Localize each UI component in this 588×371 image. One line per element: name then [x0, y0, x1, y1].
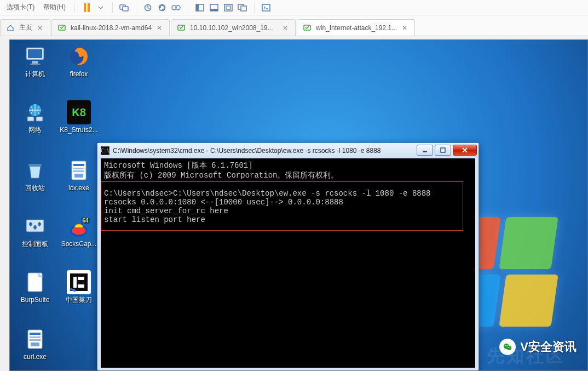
icon-label: BurpSuite: [15, 296, 55, 304]
wechat-icon: [499, 339, 516, 355]
cmd-output[interactable]: Microsoft Windows [版本 6.1.7601] 版权所有 (c)…: [101, 158, 475, 368]
separator: [188, 3, 188, 13]
separator: [136, 3, 136, 13]
icon-label: 计算机: [15, 71, 55, 78]
tab-label: 主页: [19, 23, 32, 32]
k8-icon: K8: [67, 100, 91, 124]
icon-label: 中国菜刀: [59, 296, 99, 304]
exe-icon: [23, 327, 47, 351]
snapshot-manage-icon[interactable]: [170, 2, 182, 14]
cmd-title: C:\Windows\system32\cmd.exe - C:\Users\n…: [113, 147, 413, 155]
pause-button[interactable]: [80, 2, 93, 14]
cmd-window[interactable]: C:\ C:\Windows\system32\cmd.exe - C:\Use…: [97, 142, 479, 371]
desktop-icon-caidao[interactable]: 中国菜刀: [59, 270, 99, 304]
desktop-icon-lcx[interactable]: lcx.exe: [59, 158, 99, 192]
icon-label: 网络: [15, 127, 55, 134]
fullscreen-icon[interactable]: [222, 2, 234, 14]
tab-home[interactable]: 主页 ✕: [0, 19, 50, 36]
file-icon: [23, 270, 47, 294]
svg-rect-28: [73, 164, 84, 166]
control-panel-icon: [23, 214, 47, 238]
svg-rect-47: [30, 336, 41, 338]
svg-point-53: [507, 346, 511, 350]
firefox-icon: [67, 44, 91, 69]
vm-icon: [57, 24, 66, 32]
svg-rect-30: [73, 170, 84, 172]
svg-rect-24: [27, 117, 34, 121]
console-icon[interactable]: [260, 2, 272, 14]
maximize-button[interactable]: [435, 145, 451, 156]
desktop-icon-control-panel[interactable]: 控制面板: [15, 214, 55, 248]
menu-help[interactable]: 帮助(H): [40, 3, 69, 12]
desktop-icon-sockscap[interactable]: 64 SocksCap...: [59, 214, 99, 248]
watermark-text: V安全资讯: [520, 339, 577, 355]
svg-rect-1: [123, 7, 128, 11]
svg-rect-26: [28, 164, 42, 167]
cmd-line: 版权所有 (c) 2009 Microsoft Corporation。保留所有…: [104, 171, 338, 180]
pause-icon: [84, 3, 90, 12]
svg-rect-43: [78, 277, 84, 280]
desktop-icon-burpsuite[interactable]: BurpSuite: [15, 270, 55, 304]
svg-rect-25: [36, 117, 43, 121]
caidao-icon: [67, 270, 91, 294]
desktop-icon-firefox[interactable]: firefox: [59, 44, 99, 78]
cmd-line: start listen port here: [104, 215, 205, 224]
close-icon[interactable]: ✕: [401, 25, 408, 31]
svg-point-54: [505, 345, 506, 346]
icon-label: firefox: [59, 71, 99, 78]
close-icon[interactable]: ✕: [37, 25, 43, 31]
tab-win2008[interactable]: 10.10.10.102_win2008_192.168... ✕: [171, 19, 296, 36]
minimize-button[interactable]: [417, 145, 433, 156]
desktop-icon-k8[interactable]: K8 K8_Struts2...: [59, 100, 99, 134]
view-thumb-icon[interactable]: [208, 2, 220, 14]
separator: [74, 3, 75, 13]
svg-rect-44: [78, 284, 84, 288]
tab-kali[interactable]: kali-linux-2018.2-vm-amd64 ✕: [51, 19, 170, 36]
cmd-line: Microsoft Windows [版本 6.1.7601]: [104, 161, 253, 170]
view-single-icon[interactable]: [194, 2, 206, 14]
tab-label: win_Internet-attack_192.1...: [316, 24, 397, 32]
tab-label: kali-linux-2018.2-vm-amd64: [71, 24, 152, 32]
svg-rect-21: [30, 64, 41, 65]
unity-icon[interactable]: [237, 2, 249, 14]
tab-label: 10.10.10.102_win2008_192.168...: [190, 24, 278, 32]
send-cad-icon[interactable]: [118, 2, 130, 14]
close-button[interactable]: [453, 145, 477, 156]
dropdown-icon[interactable]: [95, 2, 107, 14]
svg-rect-46: [30, 333, 41, 335]
svg-rect-51: [441, 148, 445, 152]
network-icon: [23, 100, 47, 124]
guest-desktop[interactable]: 计算机 firefox 网络 K8 K8_Struts2... 回收站 lcx.…: [9, 39, 588, 371]
snapshot-take-icon[interactable]: [142, 2, 154, 14]
window-buttons: [417, 146, 479, 156]
desktop-icon-recycle[interactable]: 回收站: [15, 158, 55, 192]
exe-icon: [67, 158, 91, 182]
svg-rect-41: [70, 273, 88, 291]
svg-rect-10: [224, 4, 232, 11]
icon-label: 控制面板: [15, 241, 55, 248]
desktop-icon-network[interactable]: 网络: [15, 100, 55, 134]
cmd-titlebar[interactable]: C:\ C:\Windows\system32\cmd.exe - C:\Use…: [97, 143, 479, 158]
separator: [254, 3, 255, 13]
vm-icon: [303, 24, 312, 32]
close-icon[interactable]: ✕: [282, 25, 289, 31]
icon-label: 回收站: [15, 185, 55, 192]
svg-rect-49: [31, 343, 39, 346]
menu-options[interactable]: 选项卡(T): [3, 3, 38, 12]
computer-icon: [23, 44, 47, 69]
cmd-icon: C:\: [101, 146, 109, 155]
svg-rect-7: [196, 4, 199, 11]
svg-point-55: [507, 345, 508, 346]
desktop-icon-computer[interactable]: 计算机: [15, 44, 55, 78]
svg-rect-13: [241, 6, 246, 11]
close-icon[interactable]: ✕: [156, 25, 163, 31]
svg-rect-29: [73, 168, 84, 169]
svg-rect-50: [423, 151, 427, 152]
svg-rect-11: [226, 6, 230, 9]
snapshot-revert-icon[interactable]: [156, 2, 168, 14]
icon-label: K8_Struts2...: [59, 127, 99, 134]
svg-rect-31: [74, 174, 83, 178]
cmd-line: C:\Users\ndsec>C:\Users\ndsec\Desktop\ew…: [104, 189, 431, 198]
tab-win-attack[interactable]: win_Internet-attack_192.1... ✕: [297, 19, 415, 36]
desktop-icon-curl[interactable]: curl.exe: [15, 327, 55, 361]
